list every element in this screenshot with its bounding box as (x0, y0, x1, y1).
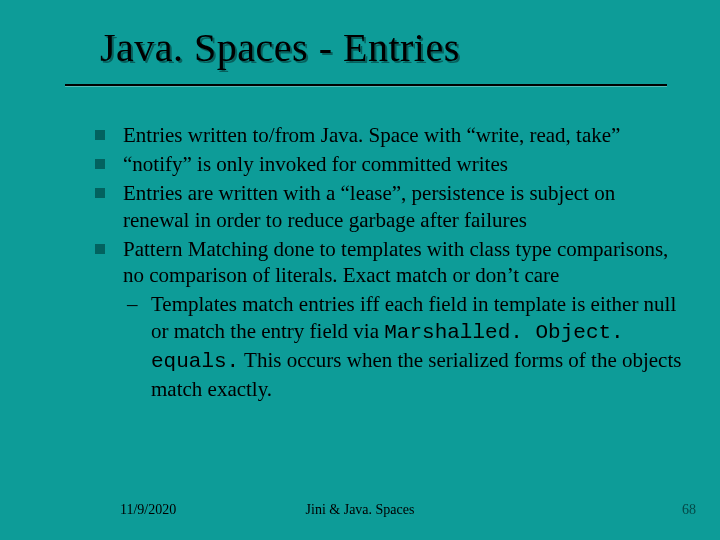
bullet-item: Entries are written with a “lease”, pers… (95, 180, 685, 234)
bullet-item: Entries written to/from Java. Space with… (95, 122, 685, 149)
footer-title: Jini & Java. Spaces (0, 502, 720, 518)
square-bullet-icon (95, 130, 105, 140)
footer-page-number: 68 (682, 502, 696, 518)
bullet-text: “notify” is only invoked for committed w… (123, 152, 508, 176)
dash-bullet-icon: – (127, 291, 138, 318)
bullet-item: “notify” is only invoked for committed w… (95, 151, 685, 178)
sub-bullet-item: – Templates match entries iff each field… (95, 291, 685, 403)
slide-body: Entries written to/from Java. Space with… (95, 122, 685, 403)
bullet-text: Entries are written with a “lease”, pers… (123, 181, 615, 232)
title-underline (65, 84, 667, 87)
square-bullet-icon (95, 244, 105, 254)
sub-bullet-text: Templates match entries iff each field i… (151, 292, 681, 401)
slide-title: Java. Spaces - Entries (100, 24, 460, 71)
bullet-item: Pattern Matching done to templates with … (95, 236, 685, 290)
square-bullet-icon (95, 188, 105, 198)
slide: Java. Spaces - Entries Entries written t… (0, 0, 720, 540)
bullet-text: Pattern Matching done to templates with … (123, 237, 668, 288)
square-bullet-icon (95, 159, 105, 169)
bullet-text: Entries written to/from Java. Space with… (123, 123, 620, 147)
